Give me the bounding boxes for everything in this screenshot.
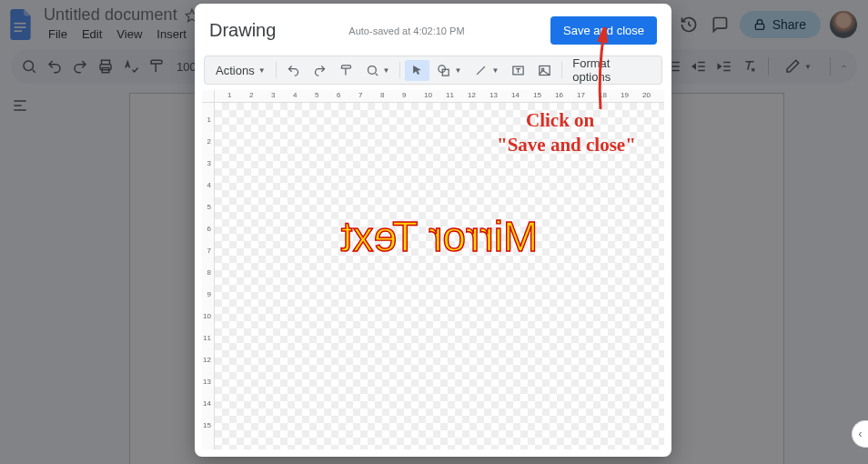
save-and-close-button[interactable]: Save and close: [550, 16, 657, 45]
drawing-canvas-wrap: 123456789101112131415161718192021 123456…: [202, 90, 664, 449]
image-tool-icon[interactable]: [532, 60, 557, 81]
line-tool-icon[interactable]: ▼: [469, 60, 504, 81]
mirror-text-object[interactable]: Mirror Text: [341, 212, 538, 261]
drawing-modal-title: Drawing: [209, 20, 276, 41]
drawing-modal-header: Drawing Auto-saved at 4:02:10 PM Save an…: [195, 4, 671, 55]
drawing-modal: Drawing Auto-saved at 4:02:10 PM Save an…: [195, 4, 671, 457]
horizontal-ruler: 123456789101112131415161718192021: [215, 90, 664, 103]
select-tool-icon[interactable]: [405, 60, 429, 81]
drawing-undo-icon[interactable]: [281, 60, 306, 81]
drawing-paint-format-icon[interactable]: [334, 60, 358, 81]
svg-point-12: [368, 66, 376, 74]
format-options-button[interactable]: Format options: [567, 56, 656, 84]
drawing-autosave-status: Auto-saved at 4:02:10 PM: [348, 25, 464, 36]
drawing-toolbar: Actions▼ ▼ ▼ ▼ Format options: [204, 55, 662, 85]
drawing-zoom-icon[interactable]: ▼: [360, 60, 396, 81]
actions-menu[interactable]: Actions▼: [210, 60, 271, 81]
drawing-canvas[interactable]: Mirror Text: [215, 103, 664, 449]
vertical-ruler: 123456789101112131415: [202, 103, 215, 449]
shape-tool-icon[interactable]: ▼: [431, 60, 467, 81]
textbox-tool-icon[interactable]: [506, 60, 530, 81]
svg-rect-14: [443, 69, 449, 76]
drawing-redo-icon[interactable]: [308, 60, 332, 81]
